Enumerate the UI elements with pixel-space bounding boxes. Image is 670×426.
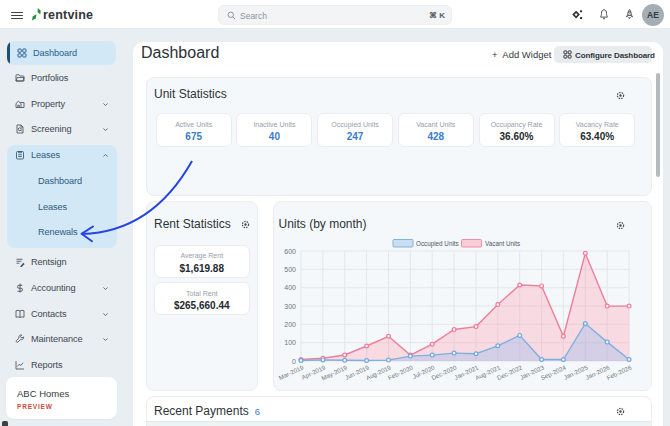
svg-text:500: 500 — [284, 266, 296, 273]
svg-text:Feb-2020: Feb-2020 — [387, 363, 414, 381]
svg-text:200: 200 — [284, 321, 296, 328]
svg-text:400: 400 — [284, 284, 296, 291]
svg-text:Sep-2024: Sep-2024 — [540, 363, 568, 381]
svg-text:Occupied Units: Occupied Units — [416, 240, 459, 248]
svg-text:600: 600 — [284, 248, 296, 255]
svg-text:Vacant Units: Vacant Units — [485, 240, 520, 247]
svg-text:Feb-2026: Feb-2026 — [606, 363, 633, 381]
svg-text:300: 300 — [284, 303, 296, 310]
svg-text:Dec-2022: Dec-2022 — [496, 363, 524, 381]
svg-text:Dec-2020: Dec-2020 — [430, 363, 458, 381]
svg-text:100: 100 — [284, 339, 296, 346]
svg-text:0: 0 — [292, 358, 296, 365]
svg-text:Mar-2019: Mar-2019 — [277, 363, 304, 381]
